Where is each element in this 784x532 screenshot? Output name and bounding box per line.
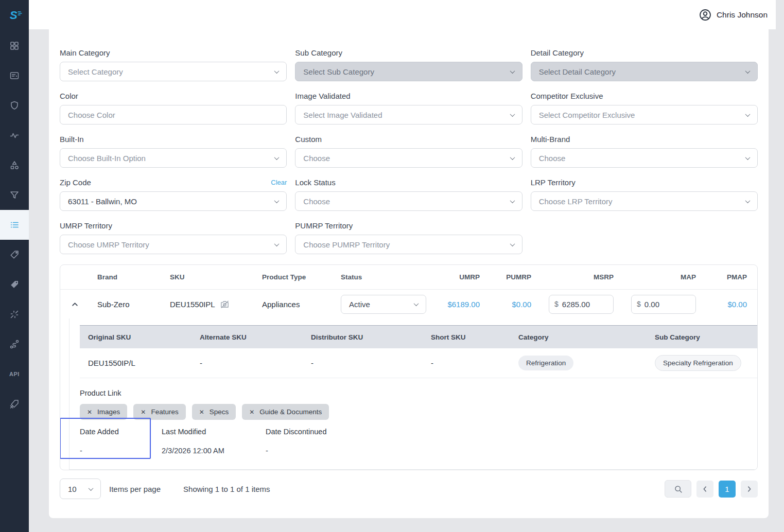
prev-page-button[interactable] <box>696 481 713 498</box>
items-per-page-label: Items per page <box>109 485 161 493</box>
user-menu[interactable]: Chris Johnson <box>699 8 768 22</box>
sidebar-item-workflow[interactable] <box>0 329 29 359</box>
date-discontinued-value: - <box>266 447 757 456</box>
sidebar-item-dashboard[interactable] <box>0 31 29 61</box>
last-modified-label: Last Modified <box>162 428 266 437</box>
table-row: Sub-Zero DEU1550IPL Appliances Active <box>60 290 757 318</box>
field-label: Competitor Exclusive <box>531 92 603 100</box>
sidebar-item-activity[interactable] <box>0 120 29 150</box>
map-input-wrap: $ <box>631 295 696 314</box>
field-label: Detail Category <box>531 48 584 57</box>
zip-clear-link[interactable]: Clear <box>271 179 287 186</box>
shield-icon <box>9 100 20 111</box>
status-cell: Active <box>333 295 435 314</box>
field-label: Zip Code <box>60 178 91 187</box>
sidebar-item-security[interactable] <box>0 91 29 120</box>
dollar-icon: $ <box>554 300 559 308</box>
svg-text:S: S <box>10 9 18 22</box>
sub-category-badge: Specialty Refrigeration <box>655 355 741 371</box>
sidebar-item-pricing[interactable] <box>0 240 29 270</box>
sidebar-item-api[interactable]: API <box>0 359 29 389</box>
custom-select[interactable]: Choose <box>295 148 522 168</box>
built-in-select[interactable]: Choose Built-In Option <box>60 148 287 168</box>
chevron-down-icon <box>510 241 515 246</box>
chevron-down-icon <box>510 112 515 117</box>
product-link-label: Product Link <box>80 389 757 397</box>
msrp-input-wrap: $ <box>549 295 614 314</box>
sidebar-item-remove-tag[interactable] <box>0 389 29 419</box>
sidebar: S <box>0 0 29 532</box>
original-sku-value: DEU1550IP/L <box>80 359 191 367</box>
page-1-button[interactable]: 1 <box>719 481 736 498</box>
table-header-row: Brand SKU Product Type Status UMRP PUMRP… <box>60 265 757 290</box>
specs-link-button[interactable]: ✕ Specs <box>192 404 236 420</box>
map-input[interactable] <box>644 300 695 309</box>
collapse-row-button[interactable] <box>60 300 89 308</box>
field-label: Built-In <box>60 135 84 144</box>
col-sku: SKU <box>162 273 254 281</box>
logs-icon <box>9 70 20 81</box>
filter-detail-category: Detail Category Select Detail Category <box>531 48 758 81</box>
next-page-button[interactable] <box>741 481 758 498</box>
distributor-sku-value: - <box>303 359 423 367</box>
col-short-sku: Short SKU <box>423 333 510 341</box>
field-label: Multi-Brand <box>531 135 570 144</box>
search-icon <box>674 485 683 493</box>
remove-tag-icon <box>9 399 20 409</box>
sidebar-item-logs[interactable] <box>0 61 29 91</box>
pumrp-territory-select[interactable]: Choose PUMRP Territory <box>295 235 522 254</box>
sidebar-item-product-list[interactable] <box>0 210 29 240</box>
page-size-select[interactable]: 10 <box>60 478 101 499</box>
lock-status-select[interactable]: Choose <box>295 191 522 211</box>
image-validated-select[interactable]: Select Image Validated <box>295 105 522 125</box>
field-label: Image Validated <box>295 92 350 100</box>
app-logo[interactable]: S <box>0 0 29 31</box>
col-msrp: MSRP <box>542 273 624 281</box>
features-link-button[interactable]: ✕ Features <box>133 404 185 420</box>
main-category-select[interactable]: Select Category <box>60 62 287 81</box>
chevron-down-icon <box>89 486 94 491</box>
field-label: Color <box>60 92 78 100</box>
sidebar-item-tags[interactable] <box>0 270 29 299</box>
competitor-exclusive-select[interactable]: Select Competitor Exclusive <box>531 105 758 125</box>
detail-category-select: Select Detail Category <box>531 62 758 81</box>
product-list-icon <box>9 220 20 230</box>
x-icon: ✕ <box>249 409 254 415</box>
dollar-icon: $ <box>637 300 641 308</box>
brand-cell: Sub-Zero <box>89 300 162 309</box>
umrp-territory-select[interactable]: Choose UMRP Territory <box>60 235 287 254</box>
msrp-input[interactable] <box>562 300 613 309</box>
msrp-cell: $ <box>542 295 624 314</box>
sidebar-item-reports[interactable] <box>0 150 29 180</box>
topbar: Chris Johnson <box>29 0 776 29</box>
sku-cell: DEU1550IPL <box>162 299 254 309</box>
multi-brand-select[interactable]: Choose <box>531 148 758 168</box>
filter-built-in: Built-In Choose Built-In Option <box>60 134 287 168</box>
filter-multi-brand: Multi-Brand Choose <box>531 134 758 168</box>
date-discontinued-label: Date Discontinued <box>266 428 757 437</box>
lrp-territory-select[interactable]: Choose LRP Territory <box>531 191 758 211</box>
sidebar-item-filters[interactable] <box>0 180 29 210</box>
chevron-down-icon <box>274 68 280 74</box>
filters-section: Main Category Select Category Sub Catego… <box>60 48 758 254</box>
detail-header-row: Original SKU Alternate SKU Distributor S… <box>80 326 757 348</box>
chevron-down-icon <box>510 155 515 160</box>
col-original-sku: Original SKU <box>80 333 191 341</box>
col-category: Category <box>510 333 647 341</box>
price-tag-icon <box>9 250 20 260</box>
sku-detail-table: Original SKU Alternate SKU Distributor S… <box>80 325 757 378</box>
pagination: 1 <box>665 480 758 498</box>
search-button[interactable] <box>665 480 691 498</box>
status-select[interactable]: Active <box>341 295 426 314</box>
chevron-down-icon <box>745 68 751 74</box>
color-input[interactable] <box>68 111 278 119</box>
sidebar-item-unlink[interactable] <box>0 299 29 329</box>
logo-icon: S <box>6 8 23 23</box>
chevron-right-icon <box>746 486 753 492</box>
guide-documents-link-button[interactable]: ✕ Guide & Documents <box>242 404 329 420</box>
images-link-button[interactable]: ✕ Images <box>80 404 127 420</box>
filter-lock-status: Lock Status Choose <box>295 178 522 211</box>
zip-code-select[interactable]: 63011 - Ballwin, MO <box>60 191 287 211</box>
tag-icon <box>9 279 20 290</box>
product-link-buttons: ✕ Images ✕ Features ✕ Specs ✕ <box>80 404 757 420</box>
